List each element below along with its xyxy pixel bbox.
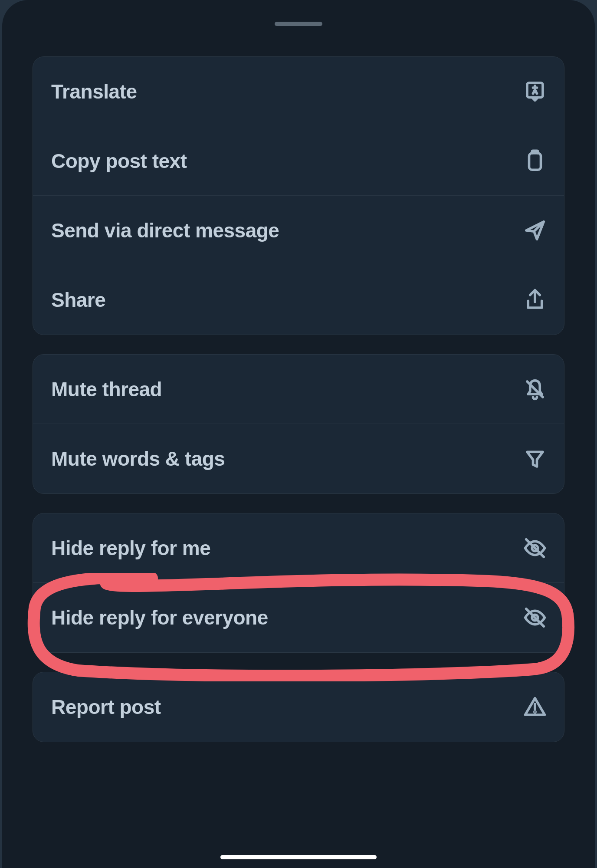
menu-group: Translate Copy post text Send via direct… [33,56,564,335]
menu-item-label: Report post [51,695,161,719]
menu-group: Hide reply for me Hide reply for everyon… [33,513,564,653]
menu-item-label: Copy post text [51,149,187,173]
menu-item-label: Share [51,288,105,312]
svg-point-8 [535,711,535,712]
menu-item-hide-for-me[interactable]: Hide reply for me [33,513,564,583]
menu-item-copy-text[interactable]: Copy post text [33,126,564,196]
menu-item-label: Translate [51,80,137,103]
clipboard-icon [523,149,547,173]
eye-off-icon [523,536,547,560]
menu-group: Mute thread Mute words & tags [33,354,564,494]
action-sheet: Translate Copy post text Send via direct… [2,0,595,868]
menu-item-label: Send via direct message [51,219,279,242]
send-icon [523,219,547,242]
svg-rect-1 [529,153,541,170]
home-indicator[interactable] [220,855,377,859]
menu-item-label: Mute words & tags [51,447,225,470]
menu-item-share[interactable]: Share [33,265,564,335]
menu-item-report[interactable]: Report post [33,672,564,742]
menu-item-mute-words[interactable]: Mute words & tags [33,424,564,493]
menu-item-mute-thread[interactable]: Mute thread [33,355,564,424]
menu-item-send-dm[interactable]: Send via direct message [33,196,564,265]
menu-item-hide-for-everyone[interactable]: Hide reply for everyone [33,583,564,652]
translate-icon [523,80,547,103]
drag-handle[interactable] [275,22,322,26]
eye-off-icon [523,606,547,629]
menu-item-label: Hide reply for me [51,536,210,560]
share-icon [523,288,547,312]
filter-icon [523,447,547,470]
menu-group: Report post [33,672,564,742]
menu-item-translate[interactable]: Translate [33,57,564,126]
warning-icon [523,695,547,719]
menu-item-label: Mute thread [51,378,162,401]
menu-item-label: Hide reply for everyone [51,606,268,629]
mute-icon [523,378,547,401]
